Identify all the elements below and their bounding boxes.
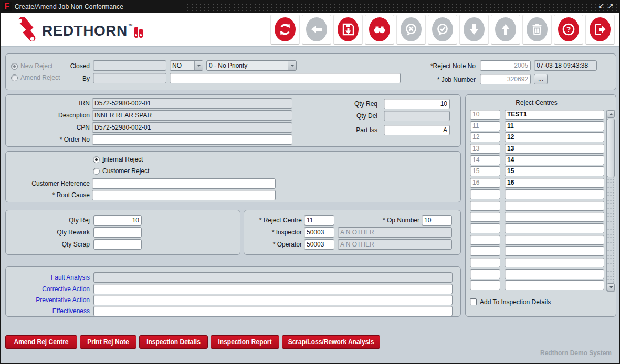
help-question-icon: ? [558, 17, 579, 41]
centre-name-cell[interactable] [505, 280, 604, 290]
add-to-inspection-label: Add To Inspection Details [480, 298, 551, 306]
cpn-label: CPN [6, 124, 90, 131]
table-row [470, 246, 604, 256]
customer-reject-radio[interactable] [93, 168, 100, 175]
internal-reject-label: Internal Reject [102, 156, 143, 163]
qty-scrap-label: Qty Scrap [6, 241, 90, 248]
root-cause-field[interactable] [92, 190, 276, 200]
inspection-report-button[interactable]: Inspection Report [211, 335, 279, 349]
title-bar: F Create/Amend Job Non Conformance ↙ ↗ [1, 1, 619, 13]
centre-code-cell[interactable] [470, 201, 500, 211]
centre-name-cell[interactable] [505, 258, 604, 267]
inspection-details-button[interactable]: Inspection Details [139, 335, 208, 349]
centre-code-cell[interactable]: 13 [470, 144, 500, 154]
centre-name-cell[interactable] [505, 269, 604, 279]
centre-code-cell[interactable] [470, 280, 500, 290]
corrective-action-label: Corrective Action [6, 285, 90, 293]
centre-code-cell[interactable]: 10 [470, 110, 500, 120]
operator-label: * Operator [244, 241, 302, 248]
chevron-down-icon[interactable] [194, 61, 203, 70]
scrollbar-thumb[interactable] [607, 119, 615, 177]
back-button [302, 15, 331, 45]
preventative-action-label: Preventative Action [6, 296, 90, 304]
centre-name-cell[interactable]: 11 [505, 121, 604, 131]
centre-name-cell[interactable]: 16 [505, 178, 604, 188]
centre-code-cell[interactable] [470, 246, 500, 256]
restore-window-icon[interactable]: ↙ [597, 2, 605, 11]
effectiveness-field[interactable] [93, 306, 453, 316]
centre-name-cell[interactable] [505, 246, 604, 256]
closed-date-field [93, 60, 166, 71]
find-button[interactable] [365, 15, 394, 45]
job-number-field[interactable]: 320692 [480, 74, 531, 84]
centre-code-cell[interactable] [470, 269, 500, 279]
maximize-window-icon[interactable]: ↗ [606, 2, 615, 11]
inspector-code-field[interactable]: 50003 [304, 227, 334, 238]
print-rej-note-button[interactable]: Print Rej Note [80, 335, 136, 349]
add-to-inspection-checkbox[interactable] [470, 298, 477, 305]
new-reject-radio[interactable] [11, 63, 18, 70]
table-row [470, 235, 604, 245]
centre-detail-panel: * Reject Centre 11 * Op Number 10 * Insp… [244, 210, 461, 255]
scrollbar[interactable] [606, 110, 615, 292]
scroll-down-icon[interactable] [607, 283, 615, 291]
qty-rej-label: Qty Rej [6, 217, 90, 224]
titlebar-texture [186, 3, 617, 11]
centre-name-cell[interactable]: 15 [505, 166, 604, 176]
centre-code-cell[interactable] [470, 212, 500, 222]
exit-button[interactable] [585, 15, 615, 45]
corrective-action-field[interactable] [93, 284, 453, 294]
centre-name-cell[interactable] [505, 235, 604, 245]
preventative-action-field[interactable] [93, 295, 453, 305]
centre-name-cell[interactable] [505, 223, 604, 233]
reject-centre-field[interactable]: 11 [304, 215, 334, 226]
centre-name-cell[interactable] [505, 212, 604, 222]
order-no-field[interactable] [92, 134, 292, 145]
fault-analysis-label: Fault Analysis [6, 274, 90, 281]
op-number-field[interactable]: 10 [422, 215, 452, 226]
centre-code-cell[interactable]: 11 [470, 121, 500, 131]
job-lookup-button[interactable]: ... [534, 74, 548, 84]
qty-rej-field[interactable]: 10 [93, 215, 142, 226]
order-no-label: * Order No [6, 136, 90, 143]
back-arrow-icon [306, 17, 327, 41]
centre-name-cell[interactable]: 14 [505, 155, 604, 165]
centre-name-cell[interactable] [505, 189, 604, 199]
centre-code-cell[interactable] [470, 223, 500, 233]
job-number-label: * Job Number [414, 76, 476, 83]
operator-code-field[interactable]: 50003 [304, 239, 334, 250]
priority-select[interactable]: 0 - No Priority [206, 60, 297, 71]
scrap-loss-rework-button[interactable]: Scrap/Loss/Rework Analysis [282, 335, 380, 349]
amend-rej-centre-button[interactable]: Amend Rej Centre [5, 335, 77, 349]
amend-reject-radio[interactable] [11, 74, 18, 81]
reject-note-datetime-field: 07-03-18 09:43:38 [534, 60, 597, 71]
trash-icon [527, 17, 548, 41]
centre-name-cell[interactable]: TEST1 [505, 110, 604, 120]
refresh-button[interactable] [270, 15, 300, 45]
customer-reference-field[interactable] [92, 178, 276, 189]
chevron-down-icon[interactable] [288, 61, 296, 70]
centre-code-cell[interactable]: 16 [470, 178, 500, 188]
centre-name-cell[interactable]: 12 [505, 132, 604, 142]
reject-header-panel: New Reject Amend Reject Closed NO 0 - No… [5, 53, 616, 90]
centre-code-cell[interactable]: 12 [470, 132, 500, 142]
centre-code-cell[interactable] [470, 258, 500, 267]
centre-code-cell[interactable]: 15 [470, 166, 500, 176]
qty-rework-field[interactable] [93, 227, 142, 238]
internal-reject-radio[interactable] [93, 156, 100, 163]
redthorn-thorn-icon [15, 16, 38, 46]
closed-by-name-field[interactable] [170, 73, 401, 83]
closed-select[interactable]: NO [170, 60, 203, 71]
save-button[interactable] [333, 15, 363, 45]
centre-name-cell[interactable] [505, 201, 604, 211]
scroll-up-icon[interactable] [607, 110, 615, 118]
qty-scrap-field[interactable] [93, 239, 142, 250]
delete-button [522, 15, 552, 45]
centre-name-cell[interactable]: 13 [505, 144, 604, 154]
centre-code-cell[interactable] [470, 189, 500, 199]
centre-code-cell[interactable] [470, 235, 500, 245]
help-button[interactable]: ? [554, 15, 583, 45]
approve-button [428, 15, 457, 45]
centre-code-cell[interactable]: 14 [470, 155, 500, 165]
brand-name: REDTHORN [42, 23, 128, 39]
